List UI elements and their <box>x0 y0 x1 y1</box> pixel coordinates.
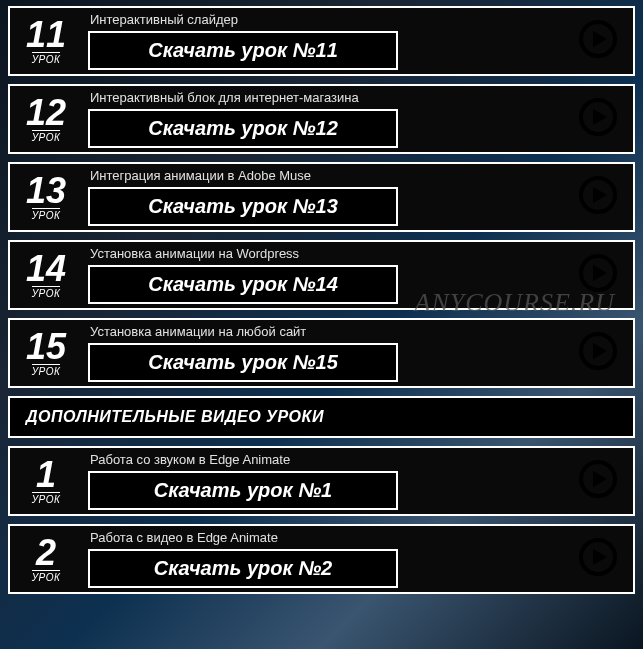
play-icon[interactable] <box>578 175 618 219</box>
lesson-content: Интеграция анимации в Adobe MuseСкачать … <box>82 164 563 230</box>
play-icon[interactable] <box>578 331 618 375</box>
download-button[interactable]: Скачать урок №14 <box>88 265 398 304</box>
lesson-row: 14УРОКУстановка анимации на WordpressСка… <box>8 240 635 310</box>
lesson-row: 15УРОКУстановка анимации на любой сайтСк… <box>8 318 635 388</box>
play-icon[interactable] <box>578 253 618 297</box>
lesson-content: Интерактивный слайдерСкачать урок №11 <box>82 8 563 74</box>
lesson-number-value: 12 <box>26 95 66 131</box>
svg-marker-5 <box>593 187 607 203</box>
play-area <box>563 242 633 308</box>
extra-lessons-list: 1УРОКРабота со звуком в Edge AnimateСкач… <box>8 446 635 594</box>
download-button[interactable]: Скачать урок №12 <box>88 109 398 148</box>
section-header: ДОПОЛНИТЕЛЬНЫЕ ВИДЕО УРОКИ <box>8 396 635 438</box>
play-area <box>563 320 633 386</box>
download-button[interactable]: Скачать урок №2 <box>88 549 398 588</box>
lesson-number-value: 11 <box>26 17 66 53</box>
lesson-number: 11УРОК <box>10 8 82 74</box>
play-icon[interactable] <box>578 97 618 141</box>
svg-marker-7 <box>593 265 607 281</box>
lesson-word: УРОК <box>32 52 61 65</box>
svg-marker-11 <box>593 471 607 487</box>
lesson-title: Интеграция анимации в Adobe Muse <box>88 168 557 183</box>
lesson-word: УРОК <box>32 364 61 377</box>
play-area <box>563 526 633 592</box>
download-button[interactable]: Скачать урок №15 <box>88 343 398 382</box>
lesson-number-value: 13 <box>26 173 66 209</box>
lesson-number-value: 2 <box>36 535 56 571</box>
lesson-number: 15УРОК <box>10 320 82 386</box>
lesson-row: 13УРОКИнтеграция анимации в Adobe MuseСк… <box>8 162 635 232</box>
lesson-title: Работа с видео в Edge Animate <box>88 530 557 545</box>
lesson-word: УРОК <box>32 492 61 505</box>
play-icon[interactable] <box>578 537 618 581</box>
lesson-row: 12УРОКИнтерактивный блок для интернет-ма… <box>8 84 635 154</box>
lesson-title: Интерактивный блок для интернет-магазина <box>88 90 557 105</box>
lesson-word: УРОК <box>32 286 61 299</box>
svg-marker-1 <box>593 31 607 47</box>
lesson-word: УРОК <box>32 570 61 583</box>
download-button[interactable]: Скачать урок №13 <box>88 187 398 226</box>
lesson-word: УРОК <box>32 208 61 221</box>
play-area <box>563 8 633 74</box>
lesson-number: 1УРОК <box>10 448 82 514</box>
svg-marker-9 <box>593 343 607 359</box>
lesson-content: Работа со звуком в Edge AnimateСкачать у… <box>82 448 563 514</box>
main-lessons-list: 11УРОКИнтерактивный слайдерСкачать урок … <box>8 6 635 388</box>
play-area <box>563 86 633 152</box>
lesson-number: 13УРОК <box>10 164 82 230</box>
lesson-title: Установка анимации на любой сайт <box>88 324 557 339</box>
play-icon[interactable] <box>578 459 618 503</box>
play-icon[interactable] <box>578 19 618 63</box>
lesson-row: 2УРОКРабота с видео в Edge AnimateСкачат… <box>8 524 635 594</box>
lesson-title: Установка анимации на Wordpress <box>88 246 557 261</box>
lesson-title: Интерактивный слайдер <box>88 12 557 27</box>
lesson-content: Установка анимации на WordpressСкачать у… <box>82 242 563 308</box>
lesson-content: Установка анимации на любой сайтСкачать … <box>82 320 563 386</box>
lesson-content: Интерактивный блок для интернет-магазина… <box>82 86 563 152</box>
svg-marker-3 <box>593 109 607 125</box>
lesson-number: 12УРОК <box>10 86 82 152</box>
lesson-number-value: 1 <box>36 457 56 493</box>
download-button[interactable]: Скачать урок №11 <box>88 31 398 70</box>
download-button[interactable]: Скачать урок №1 <box>88 471 398 510</box>
lesson-row: 1УРОКРабота со звуком в Edge AnimateСкач… <box>8 446 635 516</box>
play-area <box>563 164 633 230</box>
lesson-title: Работа со звуком в Edge Animate <box>88 452 557 467</box>
lesson-content: Работа с видео в Edge AnimateСкачать уро… <box>82 526 563 592</box>
svg-marker-13 <box>593 549 607 565</box>
lesson-word: УРОК <box>32 130 61 143</box>
lesson-number: 2УРОК <box>10 526 82 592</box>
play-area <box>563 448 633 514</box>
lesson-number-value: 14 <box>26 251 66 287</box>
lesson-number: 14УРОК <box>10 242 82 308</box>
lesson-row: 11УРОКИнтерактивный слайдерСкачать урок … <box>8 6 635 76</box>
lesson-number-value: 15 <box>26 329 66 365</box>
